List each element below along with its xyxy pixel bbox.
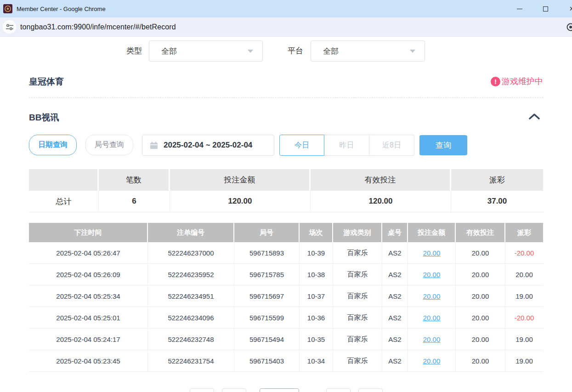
yesterday-button[interactable]: 昨日 [324, 135, 369, 156]
table-row: 2025-02-04 05:23:45 522246231754 5967154… [29, 350, 543, 372]
bet-header-cell: 下注时间 [29, 223, 148, 242]
summary-header-cell: 投注金额 [170, 169, 311, 191]
session-cell: 10-38 [300, 264, 333, 285]
table-no-cell: AS2 [382, 264, 408, 285]
bet-record-table: 下注时间 注单编号 局号 场次 游戏类别 桌号 投注金额 有效投注 派彩 202… [29, 223, 543, 372]
type-select-value: 全部 [161, 46, 248, 57]
payout-cell: 20.00 [505, 264, 543, 285]
tune-icon [6, 23, 13, 31]
today-label: 今日 [294, 141, 309, 150]
summary-valid-bet: 120.00 [311, 191, 451, 212]
collapse-section-button[interactable] [528, 113, 540, 122]
pagination-button[interactable] [358, 388, 383, 392]
summary-bet-amount: 120.00 [170, 191, 311, 212]
game-type-cell: 百家乐 [333, 307, 382, 329]
bet-time-cell: 2025-02-04 05:26:09 [29, 264, 148, 285]
table-no-cell: AS2 [382, 329, 408, 350]
summary-header-row: 笔数 投注金额 有效投注 派彩 [29, 169, 543, 191]
session-cell: 10-35 [300, 329, 333, 350]
summary-total-row: 总计 6 120.00 120.00 37.00 [29, 191, 543, 212]
maintenance-label: 游戏维护中 [502, 76, 543, 87]
round-id-cell: 596715785 [234, 264, 300, 285]
round-id-cell: 596715494 [234, 329, 300, 350]
table-no-cell: AS2 [382, 350, 408, 372]
bet-amount-link[interactable]: 20.00 [423, 292, 441, 300]
last-8-days-button[interactable]: 近8日 [369, 135, 414, 156]
bet-header-cell: 投注金额 [408, 223, 456, 242]
bet-time-cell: 2025-02-04 05:26:47 [29, 242, 148, 264]
game-type-cell: 百家乐 [333, 285, 382, 307]
round-query-tab[interactable]: 局号查询 [85, 135, 133, 155]
bet-id-cell: 522246231754 [148, 350, 234, 372]
round-id-cell: 596715403 [234, 350, 300, 372]
summary-total-label: 总计 [29, 191, 99, 212]
payout-cell: 19.00 [505, 285, 543, 307]
bet-amount-link[interactable]: 20.00 [423, 335, 441, 343]
minimize-icon [517, 9, 522, 9]
today-button[interactable]: 今日 [279, 135, 324, 156]
table-row: 2025-02-04 05:24:17 522246232748 5967154… [29, 329, 543, 350]
address-bar[interactable]: tongbao31.com:9900/infe/mcenter/#/betRec… [0, 17, 572, 37]
bet-id-cell: 522246234951 [148, 285, 234, 307]
table-row: 2025-02-04 05:26:47 522246237000 5967158… [29, 242, 543, 264]
type-select[interactable]: 全部 [149, 40, 263, 62]
pagination-button[interactable] [222, 388, 246, 392]
platform-select[interactable]: 全部 [311, 40, 425, 62]
table-no-cell: AS2 [382, 307, 408, 329]
bet-amount-link[interactable]: 20.00 [423, 271, 441, 278]
bet-id-cell: 522246235952 [148, 264, 234, 285]
bb-section-title: BB视讯 [29, 112, 59, 124]
summary-header-cell: 笔数 [99, 169, 170, 191]
table-row: 2025-02-04 05:25:01 522246234096 5967155… [29, 307, 543, 329]
maximize-button[interactable] [532, 0, 559, 17]
valid-bet-cell: 20.00 [456, 329, 505, 350]
sports-section-title: 皇冠体育 [29, 76, 64, 88]
bet-amount-link[interactable]: 20.00 [423, 357, 441, 365]
bet-header-cell: 有效投注 [456, 223, 505, 242]
site-favicon-icon [3, 4, 12, 13]
round-id-cell: 596715893 [234, 242, 300, 264]
minimize-button[interactable] [506, 0, 532, 17]
exclamation-icon: ! [491, 77, 500, 86]
payout-cell: 19.00 [505, 329, 543, 350]
summary-count: 6 [99, 191, 170, 212]
summary-payout: 37.00 [451, 191, 543, 212]
quick-range-group: 今日 昨日 近8日 [279, 135, 414, 156]
search-button[interactable]: 查询 [419, 135, 467, 155]
bet-amount-link[interactable]: 20.00 [423, 314, 441, 322]
round-query-label: 局号查询 [95, 140, 124, 150]
window-title: Member Center - Google Chrome [17, 6, 106, 12]
bet-record-page: 类型 全部 平台 全部 皇冠体育 ! 游戏维护中 BB视讯 日期查询 局号查询 … [0, 37, 572, 392]
game-type-cell: 百家乐 [333, 329, 382, 350]
valid-bet-cell: 20.00 [456, 307, 505, 329]
round-id-cell: 596715697 [234, 285, 300, 307]
close-button[interactable]: ✕ [559, 0, 572, 17]
close-icon: ✕ [569, 6, 572, 12]
record-indicator-button[interactable] [566, 22, 572, 34]
game-type-cell: 百家乐 [333, 264, 382, 285]
valid-bet-cell: 20.00 [456, 242, 505, 264]
date-range-picker[interactable]: 2025-02-04 ~ 2025-02-04 [142, 135, 274, 156]
date-range-value: 2025-02-04 ~ 2025-02-04 [164, 141, 252, 150]
date-query-tab[interactable]: 日期查询 [29, 135, 77, 155]
platform-select-value: 全部 [323, 46, 410, 57]
pagination-button[interactable] [190, 388, 214, 392]
pagination-button[interactable] [326, 388, 351, 392]
url-text[interactable]: tongbao31.com:9900/infe/mcenter/#/betRec… [20, 23, 176, 31]
bet-id-cell: 522246234096 [148, 307, 234, 329]
search-button-label: 查询 [436, 140, 451, 151]
bet-time-cell: 2025-02-04 05:25:34 [29, 285, 148, 307]
chevron-up-icon [528, 113, 540, 120]
game-type-cell: 百家乐 [333, 242, 382, 264]
pagination-page-input[interactable] [260, 388, 299, 392]
bet-time-cell: 2025-02-04 05:25:01 [29, 307, 148, 329]
date-query-label: 日期查询 [38, 140, 68, 150]
bet-amount-link[interactable]: 20.00 [423, 249, 441, 257]
session-cell: 10-37 [300, 285, 333, 307]
maximize-icon [543, 6, 548, 11]
table-no-cell: AS2 [382, 242, 408, 264]
valid-bet-cell: 20.00 [456, 264, 505, 285]
bet-id-cell: 522246237000 [148, 242, 234, 264]
bet-id-cell: 522246232748 [148, 329, 234, 350]
site-settings-button[interactable] [3, 20, 16, 34]
